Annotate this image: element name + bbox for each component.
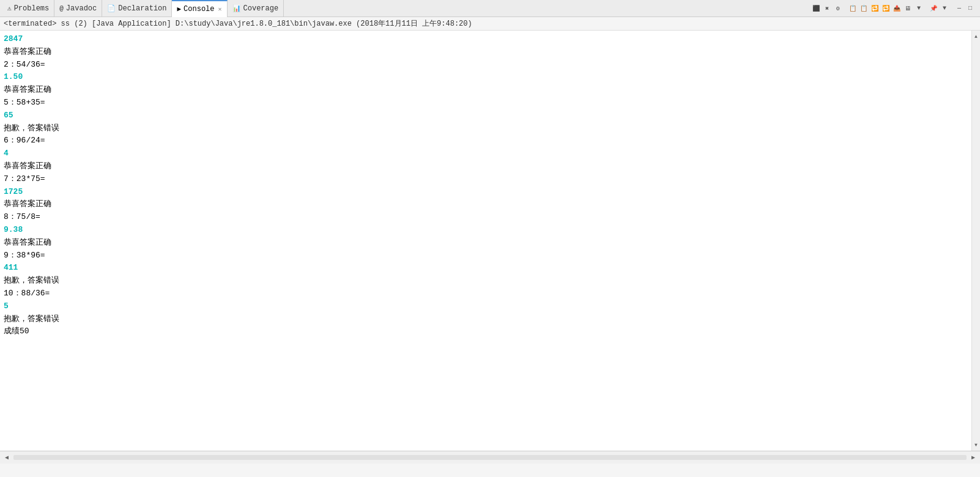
console-content[interactable]: 2847恭喜答案正确2：54/36=1.50恭喜答案正确5：58+35=65抱歉…: [0, 31, 971, 451]
console-line: 成绩50: [4, 325, 968, 338]
toolbar-dropdown-btn[interactable]: ▼: [914, 4, 924, 13]
scroll-up-btn[interactable]: ▲: [973, 32, 980, 40]
console-line: 1.50: [4, 71, 968, 84]
console-line: 65: [4, 109, 968, 122]
console-line: 恭喜答案正确: [4, 84, 968, 97]
hscroll-bar: ◀ ▶: [0, 451, 980, 464]
toolbar-paste-btn[interactable]: 📋: [859, 4, 869, 13]
console-line: 411: [4, 262, 968, 275]
toolbar-monitor-btn[interactable]: 🖥: [903, 4, 913, 13]
console-line: 抱歉，答案错误: [4, 122, 968, 135]
console-line: 抱歉，答案错误: [4, 275, 968, 287]
console-line: 9：38*96=: [4, 250, 968, 262]
console-line: 9.38: [4, 224, 968, 237]
toolbar-close-btn[interactable]: ✖: [822, 4, 832, 13]
toolbar-maximize-btn[interactable]: □: [965, 4, 975, 13]
problems-icon: ⚠: [7, 4, 12, 12]
coverage-icon: 📊: [232, 4, 241, 12]
toolbar-minimize-btn[interactable]: —: [954, 4, 964, 13]
console-line: 恭喜答案正确: [4, 46, 968, 59]
hscroll-track[interactable]: [13, 455, 967, 460]
console-line: 恭喜答案正确: [4, 198, 968, 211]
declaration-icon: 📄: [107, 4, 116, 12]
right-strip: ▲ ▼: [971, 31, 980, 451]
toolbar-clear-btn[interactable]: 🔁: [870, 4, 880, 13]
console-line: 抱歉，答案错误: [4, 313, 968, 326]
tab-console[interactable]: ▶ Console ✕: [172, 0, 227, 17]
toolbar-wrap-btn[interactable]: 📤: [892, 4, 902, 13]
tab-bar: ⚠ Problems @ Javadoc 📄 Declaration ▶ Con…: [0, 0, 980, 17]
console-line: 6：96/24=: [4, 135, 968, 147]
toolbar-scroll-lock-btn[interactable]: 🔁: [881, 4, 891, 13]
console-line: 10：88/36=: [4, 287, 968, 300]
console-line: 7：23*75=: [4, 173, 968, 186]
scroll-down-btn[interactable]: ▼: [973, 442, 980, 449]
tab-declaration[interactable]: 📄 Declaration: [102, 0, 172, 17]
console-line: 5: [4, 300, 968, 313]
tab-javadoc[interactable]: @ Javadoc: [54, 0, 102, 17]
toolbar-stop-btn[interactable]: ⬛: [811, 4, 821, 13]
console-line: 2：54/36=: [4, 59, 968, 72]
console-line: 1725: [4, 186, 968, 199]
hscroll-right-btn[interactable]: ▶: [969, 454, 978, 461]
console-line: 4: [4, 147, 968, 160]
toolbar-pin-dropdown-btn[interactable]: ▼: [940, 4, 949, 13]
console-line: 2847: [4, 33, 968, 46]
toolbar-actions: ⬛ ✖ ⚙ 📋 📋 🔁 🔁 📤 🖥 ▼ 📌 ▼ — □: [811, 4, 978, 13]
console-line: 恭喜答案正确: [4, 160, 968, 173]
console-close-icon[interactable]: ✕: [218, 6, 222, 13]
toolbar-pin-btn[interactable]: 📌: [929, 4, 938, 13]
console-wrapper: <terminated> ss (2) [Java Application] D…: [0, 17, 980, 464]
javadoc-icon: @: [59, 5, 64, 12]
toolbar-config-btn[interactable]: ⚙: [833, 4, 843, 13]
console-line: 5：58+35=: [4, 97, 968, 109]
console-icon: ▶: [177, 5, 181, 13]
terminated-text: <terminated> ss (2) [Java Application] D…: [4, 18, 472, 29]
hscroll-left-btn[interactable]: ◀: [2, 454, 11, 461]
toolbar-copy-btn[interactable]: 📋: [848, 4, 858, 13]
console-outer: 2847恭喜答案正确2：54/36=1.50恭喜答案正确5：58+35=65抱歉…: [0, 31, 980, 451]
status-bar: <terminated> ss (2) [Java Application] D…: [0, 17, 980, 31]
tab-problems[interactable]: ⚠ Problems: [2, 0, 54, 17]
console-line: 8：75/8=: [4, 211, 968, 224]
console-line: 恭喜答案正确: [4, 237, 968, 250]
tab-coverage[interactable]: 📊 Coverage: [228, 0, 284, 17]
